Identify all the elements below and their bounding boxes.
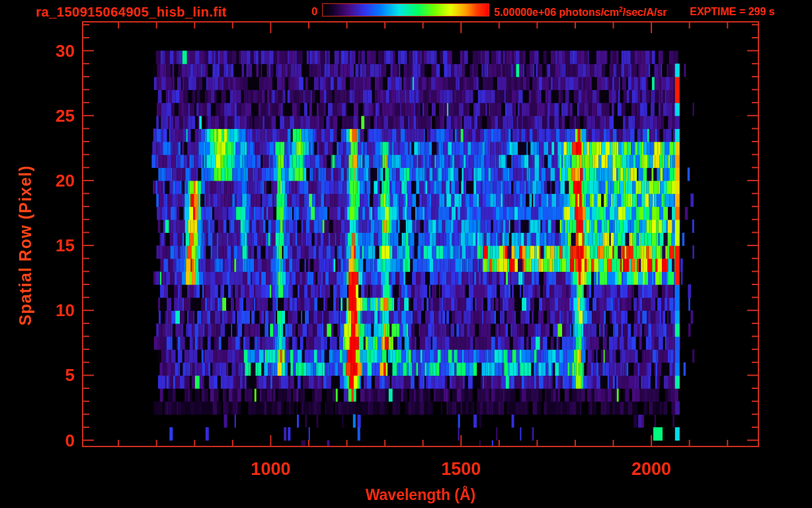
x-tick-label: 1500 (415, 459, 507, 480)
y-tick-label: 0 (0, 431, 75, 450)
fits-viewer-window: ra_150915064905_hisb_lin.fit 0 5.00000e+… (0, 0, 812, 508)
x-axis-label: Wavelength (Å) (366, 486, 476, 504)
y-axis-label: Spatial Row (Pixel) (16, 165, 35, 326)
y-tick-label: 20 (0, 171, 75, 190)
plot-box-border (83, 22, 758, 446)
y-tick-label: 15 (0, 235, 75, 255)
x-tick-label: 2000 (605, 459, 698, 480)
y-tick-label: 30 (0, 41, 75, 61)
x-tick-label: 1000 (224, 459, 317, 480)
y-tick-label: 5 (0, 365, 75, 385)
axes-overlay (0, 0, 812, 508)
y-tick-label: 10 (0, 300, 75, 320)
y-tick-label: 25 (0, 106, 75, 126)
